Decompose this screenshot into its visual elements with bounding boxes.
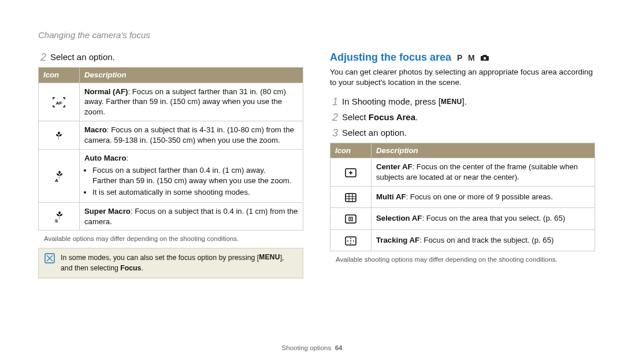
right-footnote: Available shooting options may differ de… [330, 256, 595, 263]
svg-text:A: A [55, 178, 58, 183]
scene-mode-icon [480, 54, 489, 61]
svg-text:AF: AF [56, 101, 62, 106]
step-number: 3 [330, 127, 338, 139]
table-row: AF Normal (AF): Focus on a subject farth… [39, 83, 303, 121]
multi-af-icon [330, 186, 372, 207]
svg-point-9 [350, 218, 351, 220]
note-box: In some modes, you can also set the focu… [38, 248, 303, 278]
subsection-heading: Adjusting the focus area [330, 51, 451, 64]
row-desc: Multi AF: Focus on one or more of 9 poss… [372, 186, 595, 207]
focus-area-table: Icon Description Center AF: Focus on the… [330, 143, 595, 251]
step-text: In Shooting mode, press [MENU]. [342, 96, 467, 107]
normal-af-icon: AF [39, 83, 80, 121]
step-1: 1 In Shooting mode, press [MENU]. [330, 96, 595, 108]
heading-row: Adjusting the focus area P M [330, 51, 595, 64]
row-desc: Auto Macro:Focus on a subject farther th… [80, 149, 303, 202]
page: Changing the camera's focus 2 Select an … [0, 0, 624, 364]
row-desc: Macro: Focus on a subject that is 4-31 i… [80, 121, 303, 149]
auto-macro-icon: A [39, 149, 80, 202]
svg-point-4 [483, 57, 485, 59]
menu-key: MENU [259, 253, 280, 261]
step-number: 1 [330, 96, 338, 108]
table-row: Center AF: Focus on the center of the fr… [330, 158, 595, 187]
table-row: A Auto Macro:Focus on a subject farther … [39, 149, 303, 202]
super-macro-icon: S [39, 202, 80, 231]
step-text: Select an option. [342, 127, 407, 139]
step-text: Select Focus Area. [342, 112, 418, 123]
th-description: Description [80, 67, 303, 83]
step-number: 2 [38, 51, 46, 64]
left-footnote: Available options may differ depending o… [38, 235, 303, 242]
row-desc: Selection AF: Focus on the area that you… [372, 208, 595, 229]
step-text: Select an option. [50, 51, 115, 63]
table-row: Multi AF: Focus on one or more of 9 poss… [330, 186, 595, 207]
svg-rect-6 [346, 194, 356, 202]
row-desc: Normal (AF): Focus on a subject farther … [80, 83, 303, 121]
page-footer: Shooting options 64 [0, 344, 624, 351]
row-desc: Tracking AF: Focus on and track the subj… [372, 229, 595, 251]
right-column: Adjusting the focus area P M You can get… [330, 51, 595, 278]
two-columns: 2 Select an option. Icon Description [38, 51, 595, 278]
step-2: 2 Select an option. [38, 51, 303, 64]
center-af-icon [330, 158, 372, 187]
lead-text: You can get clearer photos by selecting … [330, 67, 595, 88]
tracking-af-icon [330, 229, 372, 251]
section-title: Changing the camera's focus [38, 30, 595, 40]
svg-point-11 [350, 240, 351, 242]
row-desc: Super Macro: Focus on a subject that is … [80, 202, 303, 231]
selection-af-icon [330, 208, 372, 229]
step-number: 2 [330, 112, 338, 124]
table-row: Macro: Focus on a subject that is 4-31 i… [39, 121, 303, 149]
th-icon: Icon [330, 143, 372, 158]
left-column: 2 Select an option. Icon Description [38, 51, 303, 278]
note-icon [44, 253, 55, 273]
mode-indicators: P M [457, 54, 489, 62]
row-desc: Center AF: Focus on the center of the fr… [372, 158, 595, 187]
table-row: Selection AF: Focus on the area that you… [330, 208, 595, 229]
svg-text:S: S [55, 218, 58, 224]
step-2: 2 Select Focus Area. [330, 112, 595, 124]
th-description: Description [372, 143, 595, 158]
th-icon: Icon [39, 67, 80, 83]
note-text: In some modes, you can also set the focu… [61, 253, 297, 273]
table-row: Tracking AF: Focus on and track the subj… [330, 229, 595, 251]
focus-options-table: Icon Description AF [38, 67, 303, 231]
step-3: 3 Select an option. [330, 127, 595, 139]
macro-icon [39, 121, 80, 149]
menu-key: MENU [441, 98, 462, 106]
table-row: S Super Macro: Focus on a subject that i… [39, 202, 303, 231]
